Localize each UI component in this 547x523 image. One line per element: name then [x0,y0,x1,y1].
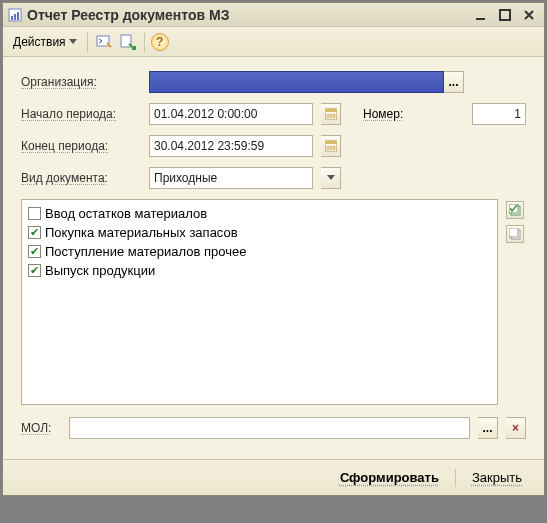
run-report-icon[interactable] [118,32,138,52]
label-doc-type: Вид документа: [21,171,141,185]
generate-button[interactable]: Сформировать [330,466,449,489]
period-end-calendar-button[interactable] [321,135,341,157]
actions-label: Действия [13,35,66,49]
form: Организация: ... Начало периода: 01.04.2… [3,57,544,459]
footer: Сформировать Закрыть [3,459,544,495]
list-item[interactable]: Ввод остатков материалов [28,204,491,223]
list-item-label: Покупка материальных запасов [45,225,238,240]
org-select-button[interactable]: ... [444,71,464,93]
checklist-side-buttons [506,199,526,405]
list-item[interactable]: ✔ Выпуск продукции [28,261,491,280]
doc-type-select[interactable]: Приходные [149,167,313,189]
checkbox[interactable] [28,207,41,220]
uncheck-all-button[interactable] [506,225,524,243]
uncheck-all-icon [509,228,521,240]
window-buttons [470,6,540,24]
toolbar-separator [87,32,88,52]
list-item[interactable]: ✔ Поступление материалов прочее [28,242,491,261]
checkbox[interactable]: ✔ [28,226,41,239]
mol-select-button[interactable]: ... [478,417,498,439]
report-icon [7,7,23,23]
number-input[interactable]: 1 [472,103,526,125]
footer-separator [455,469,456,487]
checkbox[interactable]: ✔ [28,264,41,277]
svg-rect-5 [500,10,510,20]
svg-rect-2 [14,14,16,20]
row-doc-type: Вид документа: Приходные [21,167,526,189]
row-mol: МОЛ: ... × [21,417,526,439]
period-end-input[interactable]: 30.04.2012 23:59:59 [149,135,313,157]
label-period-end: Конец периода: [21,139,141,153]
svg-rect-3 [17,12,19,20]
chevron-down-icon [69,39,77,45]
label-number: Номер: [363,107,403,121]
console-icon[interactable] [94,32,114,52]
list-item-label: Ввод остатков материалов [45,206,207,221]
doc-types-checklist[interactable]: Ввод остатков материалов ✔ Покупка матер… [21,199,498,405]
minimize-button[interactable] [470,6,492,24]
toolbar: Действия ? [3,27,544,57]
svg-rect-25 [509,228,518,237]
svg-rect-1 [11,16,13,20]
mol-input[interactable] [69,417,470,439]
org-input[interactable] [149,71,444,93]
check-all-icon [509,204,521,216]
label-mol: МОЛ: [21,421,61,435]
toolbar-separator [144,32,145,52]
calendar-icon [325,108,337,120]
svg-rect-16 [325,141,337,144]
list-item-label: Выпуск продукции [45,263,155,278]
mol-clear-button[interactable]: × [506,417,526,439]
window-title: Отчет Реестр документов МЗ [27,7,470,23]
period-start-calendar-button[interactable] [321,103,341,125]
checkbox[interactable]: ✔ [28,245,41,258]
label-org: Организация: [21,75,141,89]
titlebar: Отчет Реестр документов МЗ [3,3,544,27]
calendar-icon [325,140,337,152]
chevron-down-icon [327,175,335,181]
help-icon[interactable]: ? [151,33,169,51]
row-period-end: Конец периода: 30.04.2012 23:59:59 [21,135,526,157]
checklist-area: Ввод остатков материалов ✔ Покупка матер… [21,199,526,405]
check-all-button[interactable] [506,201,524,219]
label-period-start: Начало периода: [21,107,141,121]
actions-menu[interactable]: Действия [9,33,81,51]
row-org: Организация: ... [21,71,526,93]
svg-rect-9 [325,109,337,112]
row-period-start: Начало периода: 01.04.2012 0:00:00 Номер… [21,103,526,125]
maximize-button[interactable] [494,6,516,24]
field-org-wrap: ... [149,71,526,93]
close-button[interactable] [518,6,540,24]
svg-rect-4 [476,18,485,20]
window: Отчет Реестр документов МЗ Действия [2,2,545,496]
doc-type-dropdown-button[interactable] [321,167,341,189]
period-start-input[interactable]: 01.04.2012 0:00:00 [149,103,313,125]
list-item[interactable]: ✔ Покупка материальных запасов [28,223,491,242]
close-footer-button[interactable]: Закрыть [462,466,532,489]
list-item-label: Поступление материалов прочее [45,244,246,259]
